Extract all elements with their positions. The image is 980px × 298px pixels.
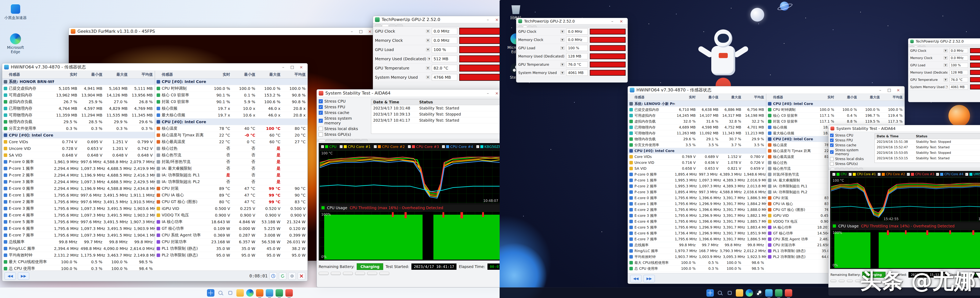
stress-checkbox-row[interactable]: Stress CPU [830,134,872,137]
edge-icon[interactable] [746,289,753,296]
sensor-row[interactable]: SA VID 0.648 V 0.648 V 0.648 V 0.648 V [2,152,154,159]
settings-gear-icon[interactable] [288,272,296,280]
action-button[interactable] [839,280,845,282]
stress-checkbox-row[interactable]: Stress FPU [830,138,872,142]
stress-checkbox-row[interactable]: Stress FPU [319,105,369,109]
gpuz-tab[interactable] [375,24,382,27]
sensor-row[interactable]: E-core 0 频率 1,795.6 MHz 1,396.6 MHz 3,39… [628,195,766,201]
hwinfo-taskbar-icon[interactable] [266,289,273,296]
tab[interactable] [840,168,844,169]
chevron-down-icon[interactable]: ▼ [946,85,947,88]
sensor-row[interactable]: P-core 2 频率 2,294.4 MHz 1,196.9 MHz 4,68… [2,172,154,178]
col-current[interactable]: 实时 [813,94,836,100]
sensor-row[interactable]: E-core 2 频率 1,795.6 MHz 1,396.6 MHz 3,39… [628,207,766,213]
close-button[interactable]: × [617,18,626,24]
sensor-row[interactable]: 物理内存负载 29.6 % 29.1 % 30.7 % 29.9 % [628,136,766,142]
sensor-row[interactable]: 核心温度 78 °C 40 °C 100 °C 80 °C [155,125,307,132]
sensor-row[interactable]: 核心最高温度 22 °C 0 °C 60 °C 27 °C [155,139,307,145]
desktop-icon-heybox[interactable]: 小黑盒加速器 [3,3,28,20]
col-current[interactable]: 实时 [207,71,232,78]
sensor-row[interactable]: 系统: LENOVO 小新 Pro 16 [628,101,766,107]
col-min[interactable]: 最小值 [836,94,859,100]
sensor-row[interactable]: Uncore VID 0.716 V 0.636 V 1.078 V 0.726… [628,160,766,166]
gpuz-titlebar[interactable]: TechPowerUp GPU-Z 2.52.0 – × [516,18,628,24]
maximize-button[interactable]: □ [356,29,365,34]
sensor-row[interactable]: CPU [#0]: Intel Core i5-12500H: 使用率 [155,78,307,85]
col-avg[interactable]: 平均值 [130,71,154,78]
legend-checkbox-icon[interactable] [849,173,852,176]
sensor-row[interactable]: 总 CPU 使用率 100.0 % 0.3 % 100.0 % 98.5 % [628,266,766,271]
log-row[interactable]: 2023/4/16 15:52:47 Stability Test: Start… [875,145,980,150]
gpuz-sensor-row[interactable]: Memory Used (Dedicated)▼ 512 MB [373,54,500,64]
col-max[interactable]: 最大值 [104,71,129,78]
sensor-row[interactable]: E-core 4 频率 1,795.6 MHz 1,097.3 MHz 3,49… [2,212,154,218]
sensor-row[interactable]: E-core 7 频率 1,795.6 MHz 1,396.6 MHz 3,39… [628,236,766,242]
sensor-row[interactable]: 已用物理内存 4,764 MB 4,597 MB 4,829 MB 4,769 … [2,105,154,112]
sensor-row[interactable]: SA VID 0.658 V 0.653 V 0.821 V 0.659 V [628,166,766,172]
legend-item[interactable]: CPU [832,172,847,176]
action-button[interactable] [319,272,328,275]
gpuz-taskbar-icon[interactable] [275,289,283,296]
chevron-down-icon[interactable]: ▼ [944,78,947,81]
legend-item[interactable]: CPU [321,145,337,149]
gpuz-sensor-row[interactable]: GPU Temperature▼ 82.0 °C [373,64,500,73]
action-button[interactable] [847,280,853,282]
reset-icon[interactable] [279,272,286,280]
checkbox-icon[interactable] [319,132,323,137]
checkbox-icon[interactable] [830,134,834,137]
gpuz-tab[interactable] [382,24,389,27]
sensor-row[interactable]: 总线频率 99.8 MHz 99.7 MHz 99.8 MHz 99.8 MHz [628,242,766,248]
sensor-row[interactable]: E-core 2 频率 1,795.6 MHz 997.6 MHz 3,491.… [2,199,154,205]
sensor-row[interactable]: 分页文件使用率 0.3 % 0.3 % 0.3 % 0.3 % [2,125,154,132]
sensor-row[interactable]: E-core 0 频率 2,294.4 MHz 1,196.9 MHz 4,58… [2,185,154,192]
sensor-row[interactable]: 可用物理内存 11,359 MB 11,294 MB 11,535 MB 11,… [2,112,154,118]
aida64-taskbar-icon[interactable] [785,289,792,296]
sensor-row[interactable]: P-core 3 频率 2,294.4 MHz 1,097.3 MHz 4,68… [2,178,154,185]
chevron-down-icon[interactable]: ▼ [426,48,430,51]
legend-checkbox-icon[interactable] [442,145,445,148]
stress-checkbox-row[interactable]: Stress GPU(s) [830,162,872,166]
search-button[interactable] [716,289,724,296]
gpuz-tab[interactable] [914,46,918,47]
legend-checkbox-icon[interactable] [340,145,343,148]
start-button[interactable] [706,289,714,296]
sensor-row[interactable]: 分页文件使用率 3.5 % 3.5 % 3.7 % 3.5 % [628,142,766,148]
table-header[interactable]: 传感器 实时 最小值 最大值 平均值 [766,94,905,101]
col-min[interactable]: 最小值 [79,71,104,78]
legend-item[interactable]: CPU Core #2 [374,145,405,149]
sensor-row[interactable]: E-core 7 频率 1,795.6 MHz 1,097.3 MHz 3,49… [2,232,154,239]
sensor-row[interactable]: CPU 时钟调制 100.0 % 100.0 % 100.0 % 100.0 % [155,85,307,92]
chevron-down-icon[interactable]: ▼ [426,39,430,42]
checkbox-icon[interactable] [830,157,834,161]
sensor-row[interactable]: Core VIDs 0.774 V 0.695 V 1.251 V 0.799 … [2,139,154,145]
tab[interactable] [354,139,361,141]
sensor-row[interactable]: E-core 1 频率 1,795.6 MHz 1,296.9 MHz 3,39… [628,201,766,207]
sensor-row[interactable]: E-core 3 频率 1,795.6 MHz 1,097.3 MHz 3,49… [2,205,154,212]
chevron-down-icon[interactable]: ▼ [560,46,564,49]
sensor-row[interactable]: 物理内存负载 29.5 % 28.5 % 29.9 % 29.6 % [2,118,154,125]
stress-checkbox-row[interactable]: Stress local disks [319,126,369,131]
col-sensor[interactable]: 传感器 [628,94,675,100]
gpuz-tab[interactable] [918,46,921,47]
chevron-down-icon[interactable]: ▼ [560,63,564,66]
sensor-row[interactable]: CPU 系统 Agent 功率 0.369 W 0.287 W 3.008 W … [155,232,307,239]
sensor-row[interactable]: P-core 0 频率 1,895.4 MHz 997.3 MHz 4,389.… [628,172,766,177]
col-sensor[interactable]: 传感器 [155,71,207,78]
action-button[interactable] [331,272,340,275]
task-view-button[interactable] [726,289,733,296]
close-button[interactable]: × [493,90,500,96]
col-min[interactable]: 最小值 [698,94,720,100]
steam-taskbar-icon[interactable] [756,289,763,296]
col-current[interactable]: 实时 [675,94,698,100]
legend-checkbox-icon[interactable] [832,173,835,176]
gpuz-sensor-row[interactable]: Memory Clock▼ 0.0 MHz [908,54,980,62]
action-button[interactable] [379,272,389,275]
checkbox-icon[interactable] [830,143,834,147]
sensor-row[interactable]: 封装 C0 驻留率 90.1 % 5.9 % 100.6 % 90.8 % [155,99,307,105]
minimize-button[interactable]: – [484,90,492,96]
legend-checkbox-icon[interactable] [476,145,479,148]
sensor-row[interactable]: E-core 3 频率 1,795.6 MHz 1,296.9 MHz 3,39… [628,213,766,218]
gpuz-tab[interactable] [389,24,396,27]
sensor-row[interactable]: 总线频率 99.8 MHz 99.7 MHz 99.8 MHz 99.8 MHz [2,239,154,245]
gpuz-tab[interactable] [396,24,403,27]
